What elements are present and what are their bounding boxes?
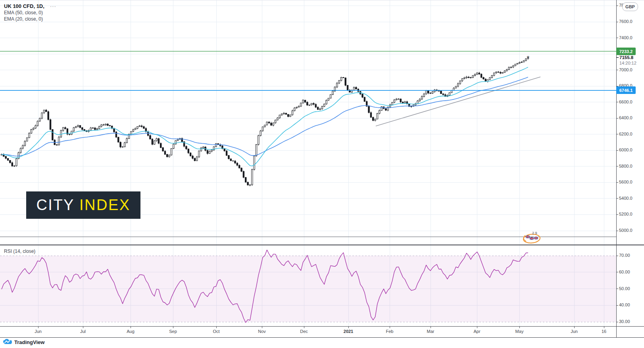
mini-union-jack-3	[534, 237, 538, 239]
candle	[377, 113, 378, 119]
candle	[236, 162, 238, 166]
candle	[249, 184, 250, 186]
candle	[273, 122, 274, 126]
candle	[304, 100, 306, 103]
symbol-title[interactable]: UK 100 CFD, 1D,	[4, 3, 44, 10]
candle	[37, 120, 38, 127]
candle	[317, 106, 318, 110]
candle	[188, 149, 189, 154]
last-price-label: 7155.8	[619, 55, 633, 60]
candle	[98, 126, 100, 129]
candle	[345, 77, 346, 86]
price-tick-label: 7400.0	[619, 35, 632, 40]
candle	[230, 158, 231, 161]
candle	[466, 76, 467, 79]
uk-flag-marker-icon[interactable]: 2 9	[521, 230, 544, 245]
candle	[400, 98, 401, 103]
candle	[243, 170, 244, 178]
rsi-indicator-label[interactable]: RSI (14, close)	[4, 249, 35, 254]
candle	[67, 128, 68, 136]
candle	[336, 82, 338, 88]
candle	[470, 77, 471, 78]
candle	[474, 73, 475, 76]
candle	[22, 145, 23, 149]
candle	[156, 138, 157, 141]
candle	[396, 98, 397, 100]
candle	[109, 125, 110, 126]
candle	[523, 60, 524, 63]
candle	[292, 109, 293, 115]
candle	[90, 127, 91, 131]
indicator-ema20-label[interactable]: EMA (20, close, 0)	[4, 16, 56, 22]
candle	[209, 150, 210, 154]
candle	[167, 154, 168, 157]
candle	[152, 138, 153, 145]
candle	[328, 98, 329, 101]
candle	[222, 145, 223, 149]
mini-union-jack-2	[530, 237, 534, 240]
candle	[43, 110, 44, 114]
candle	[379, 109, 380, 114]
candle	[96, 128, 98, 130]
candle	[27, 138, 28, 141]
candle	[29, 132, 30, 138]
candle	[442, 94, 444, 96]
price-tick-label: 5800.0	[619, 164, 632, 168]
time-tick-label: Nov	[258, 329, 266, 334]
candle	[364, 97, 365, 102]
candle	[232, 161, 233, 161]
candle	[502, 72, 503, 74]
candle	[302, 99, 304, 103]
candle	[506, 69, 508, 72]
candle	[521, 61, 522, 63]
legend-menu-icon[interactable]: ···	[50, 3, 56, 10]
time-tick-label: Oct	[213, 329, 219, 334]
candle	[517, 63, 518, 65]
chart-canvas[interactable]	[0, 0, 644, 348]
rsi-tick-label: 60.00	[619, 270, 630, 274]
candle	[247, 182, 248, 185]
rsi-tick-label: 30.00	[619, 319, 630, 324]
candle	[483, 77, 484, 80]
candle	[254, 155, 255, 170]
candle	[56, 144, 57, 145]
candle	[489, 77, 490, 80]
candle	[290, 115, 291, 117]
time-tick-label: 2021	[344, 329, 353, 334]
candle	[158, 138, 159, 144]
candle	[120, 141, 121, 148]
candle	[7, 158, 8, 161]
indicator-ema50-label[interactable]: EMA (50, close, 0)	[4, 10, 56, 16]
candle	[340, 77, 342, 82]
candle	[436, 89, 437, 91]
candle	[281, 113, 283, 116]
time-axis[interactable]: JunJulAugSepOctNovDec2021FebMarAprMayJun…	[0, 326, 644, 337]
candle	[315, 103, 316, 108]
price-tick-label: 6600.0	[619, 99, 632, 104]
candle	[288, 114, 289, 117]
price-tick-label: 6200.0	[619, 132, 632, 136]
price-tick-label: 7600.0	[619, 19, 632, 24]
tradingview-logo[interactable]: TradingView	[3, 339, 44, 345]
candle	[175, 140, 176, 145]
candle	[370, 111, 371, 118]
candle	[459, 80, 461, 85]
candle	[107, 123, 108, 126]
currency-button[interactable]: GBP	[622, 2, 638, 11]
candle	[135, 127, 136, 130]
candle	[60, 130, 62, 138]
candle	[508, 66, 509, 70]
candle	[440, 90, 442, 94]
candle	[496, 71, 497, 74]
ema50-line	[2, 77, 528, 156]
candle	[375, 119, 376, 122]
candle	[228, 155, 229, 159]
candle	[241, 168, 242, 172]
candle	[33, 127, 34, 130]
candle	[513, 65, 514, 68]
rsi-band-fill	[0, 256, 616, 322]
candle	[101, 124, 102, 127]
candle	[309, 105, 310, 106]
candle	[118, 137, 119, 143]
candle	[137, 126, 138, 129]
